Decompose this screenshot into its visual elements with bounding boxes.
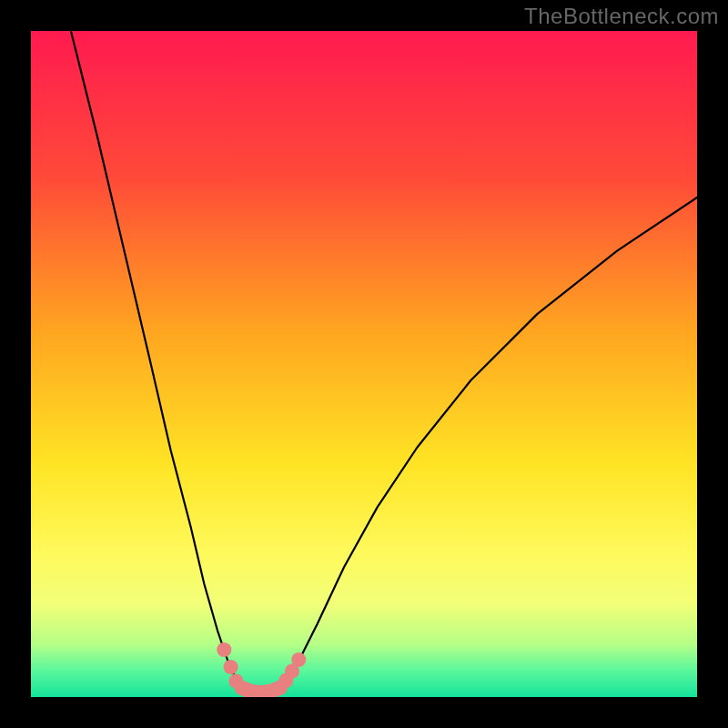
plot-area: [31, 31, 697, 697]
watermark-text: TheBottleneck.com: [524, 4, 719, 29]
marker-dot: [217, 642, 231, 657]
marker-dot: [291, 652, 306, 667]
plot-svg: [31, 31, 697, 697]
gradient-background: [31, 31, 697, 697]
chart-frame: TheBottleneck.com: [0, 0, 728, 728]
marker-dot: [228, 673, 243, 688]
marker-dot: [224, 660, 238, 674]
valley-highlight: [241, 688, 279, 693]
